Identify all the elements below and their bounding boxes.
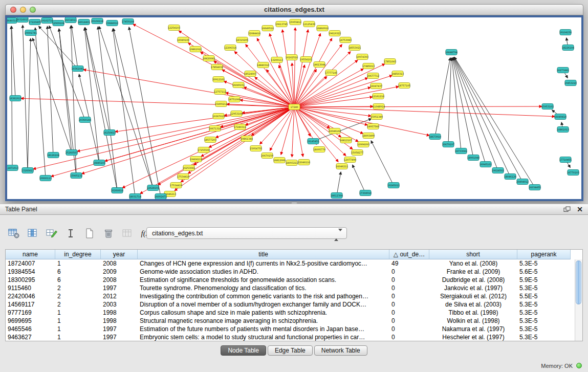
graph-node[interactable]: 17777145 [325,70,337,76]
graph-node[interactable]: 16770103 [567,170,579,176]
graph-node[interactable]: 19102710 [41,18,53,24]
table-row[interactable]: 946554611997Estimation of the future num… [6,325,582,333]
tab-network-table[interactable]: Network Table [314,345,367,356]
graph-node[interactable]: 16649510 [262,26,274,31]
graph-node[interactable]: 17534419 [170,183,182,188]
citation-network-graph[interactable]: 1225410316949100198619101842004117854032… [7,17,581,199]
graph-node[interactable]: 17304910 [359,190,372,196]
graph-node[interactable]: 12206314 [224,45,236,51]
graph-node[interactable]: 16034911 [64,17,77,23]
graph-node[interactable]: 19613745 [275,21,288,27]
graph-node[interactable]: 18226104 [562,45,574,51]
graph-node[interactable]: 15953102 [541,104,554,110]
column-header-in_degree[interactable]: in_degree [55,250,101,259]
graph-node[interactable]: 14840310 [257,62,269,68]
close-window-button[interactable] [10,7,16,13]
cell-year[interactable]: 2009 [101,268,138,276]
close-panel-button[interactable]: ✕ [577,205,583,213]
cell-in_degree[interactable]: 2 [55,292,101,300]
cell-short[interactable]: Yano et al. (2008) [429,259,517,268]
graph-node[interactable]: 20679197 [442,142,454,147]
column-header-name[interactable]: name [6,250,55,259]
graph-node[interactable]: 20494012 [516,179,529,185]
table-selector-combobox[interactable]: citations_edges.txt [146,227,347,239]
cell-short[interactable]: Nakamura et al. (1997) [429,325,517,333]
graph-node[interactable]: 22084410 [248,31,260,36]
graph-node[interactable]: 12125439 [303,21,315,27]
graph-node[interactable]: 12909104 [52,20,64,26]
cell-name[interactable]: 9699695 [6,317,55,325]
graph-node[interactable]: 12161210 [372,94,384,99]
cell-name[interactable]: 9777169 [6,309,55,317]
cell-pagerank[interactable]: 5.3E-5 [517,284,571,292]
graph-node[interactable]: 15684910 [106,20,118,26]
table-row[interactable]: 1456911722003Disruption of a novel membe… [6,300,582,309]
graph-node[interactable]: 15955812 [289,19,301,25]
zoom-window-button[interactable] [30,7,36,13]
graph-node[interactable]: 17534410 [177,174,189,180]
table-row[interactable]: 1938455462009Genome-wide association stu… [6,268,582,276]
cell-out_degree[interactable]: 0 [389,292,429,300]
column-header-title[interactable]: title [138,250,389,259]
graph-node[interactable]: 22046104 [329,128,341,134]
graph-node[interactable]: 18420041 [203,56,215,61]
graph-node[interactable]: 20677712 [367,73,379,79]
column-header-year[interactable]: year [101,250,138,259]
cell-title[interactable]: Estimation of the future numbers of pati… [138,325,389,333]
graph-node[interactable]: 19145451 [307,139,319,144]
cell-year[interactable]: 1998 [101,317,138,325]
table-row[interactable]: 946362711997Embryonic stem cells: a mode… [6,333,582,341]
cell-short[interactable]: de Silva et al. (2003) [429,300,517,309]
cell-title[interactable]: Tourette syndrome. Phenomenology and cla… [138,284,389,292]
graph-node[interactable]: 18093211 [286,160,298,166]
cell-name[interactable]: 9465546 [6,325,55,333]
tab-node-table[interactable]: Node Table [221,345,266,356]
graph-node[interactable]: 20260610 [111,188,123,193]
graph-node[interactable]: 10974393 [356,54,368,60]
graph-node[interactable]: 18914401 [78,19,90,25]
graph-node[interactable]: 18673910 [429,134,441,140]
graph-node[interactable]: 18524007 [244,71,256,77]
graph-node[interactable]: 18046120 [504,174,516,180]
table-settings-button[interactable] [7,227,20,239]
graph-node[interactable]: 14957560 [367,124,379,129]
cell-year[interactable]: 2008 [101,276,138,284]
graph-node[interactable]: 17710455 [559,157,572,163]
cell-short[interactable]: Wolkin et al. (1998) [429,317,517,325]
cell-short[interactable]: Franke et al. (2009) [429,268,517,276]
table-vertical-scrollbar[interactable] [575,259,582,341]
graph-node[interactable]: 19001741 [25,30,37,36]
cell-name[interactable]: 19384554 [6,268,55,276]
graph-node[interactable]: 16049151 [232,82,245,88]
graph-node[interactable]: 25260503 [66,150,78,156]
graph-node[interactable]: 16845103 [93,160,105,166]
cell-in_degree[interactable]: 6 [55,276,101,284]
graph-node[interactable]: 16945102 [480,162,492,167]
network-canvas[interactable]: 1225410316949100198619101842004117854032… [7,17,581,199]
graph-node[interactable]: 18319205 [236,37,248,43]
cell-pagerank[interactable]: 5.3E-5 [517,300,571,309]
graph-node[interactable]: 17485013 [362,63,375,69]
graph-node[interactable]: 18640311 [7,18,17,24]
cell-in_degree[interactable]: 1 [55,333,101,341]
cell-pagerank[interactable]: 5.3E-5 [517,259,571,268]
graph-node[interactable]: 18577203 [204,137,216,143]
graph-node[interactable]: 18612304 [331,193,343,199]
cell-in_degree[interactable]: 2 [55,284,101,292]
cell-out_degree[interactable]: 0 [389,276,429,284]
graph-node[interactable]: 24850313 [391,71,404,77]
cell-title[interactable]: Estimation of significance thresholds fo… [138,276,389,284]
graph-node[interactable]: 16046211 [336,164,348,169]
cell-pagerank[interactable]: 5.3E-5 [517,317,571,325]
cell-name[interactable]: 9115460 [6,284,55,292]
tab-edge-table[interactable]: Edge Table [268,345,313,356]
scrollbar-thumb[interactable] [576,260,581,304]
column-header-out_degree[interactable]: △ out_de… [389,250,429,259]
graph-node[interactable]: 15058277 [351,150,363,156]
graph-node[interactable]: 17240311 [234,124,246,130]
cell-year[interactable]: 1997 [101,333,138,341]
graph-node[interactable]: 20360144 [79,117,91,123]
cell-short[interactable]: Jankovic et al. (1997) [429,284,517,292]
graph-node[interactable]: 18093499 [362,133,375,139]
cell-pagerank[interactable]: 5.3E-5 [517,309,571,317]
